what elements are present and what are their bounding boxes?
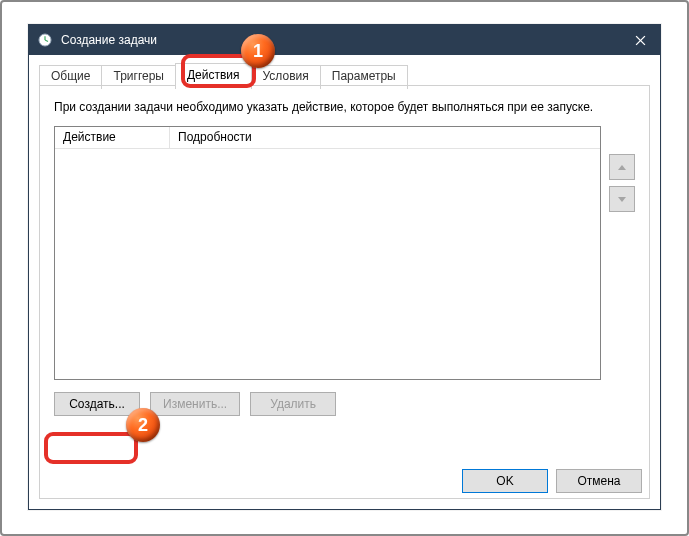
create-button[interactable]: Создать... <box>54 392 140 416</box>
dialog-buttons: OK Отмена <box>462 469 642 493</box>
column-header-details[interactable]: Подробности <box>170 127 600 148</box>
tab-strip: Общие Триггеры Действия Условия Параметр… <box>29 55 660 87</box>
actions-list[interactable]: Действие Подробности <box>54 126 601 380</box>
column-header-action[interactable]: Действие <box>55 127 170 148</box>
panel-description: При создании задачи необходимо указать д… <box>54 100 635 114</box>
chevron-down-icon <box>618 197 626 202</box>
client-area: Общие Триггеры Действия Условия Параметр… <box>29 55 660 509</box>
move-up-button[interactable] <box>609 154 635 180</box>
marker-1: 1 <box>241 34 275 68</box>
clock-icon <box>37 32 53 48</box>
edit-button[interactable]: Изменить... <box>150 392 240 416</box>
marker-2: 2 <box>126 408 160 442</box>
chevron-up-icon <box>618 165 626 170</box>
reorder-buttons <box>609 126 635 380</box>
move-down-button[interactable] <box>609 186 635 212</box>
cancel-button[interactable]: Отмена <box>556 469 642 493</box>
close-button[interactable] <box>620 25 660 55</box>
delete-button[interactable]: Удалить <box>250 392 336 416</box>
titlebar: Создание задачи <box>29 25 660 55</box>
table-header: Действие Подробности <box>55 127 600 149</box>
ok-button[interactable]: OK <box>462 469 548 493</box>
tab-actions[interactable]: Действия <box>175 63 252 87</box>
create-task-dialog: Создание задачи Общие Триггеры Действия … <box>28 24 661 510</box>
window-title: Создание задачи <box>61 33 620 47</box>
